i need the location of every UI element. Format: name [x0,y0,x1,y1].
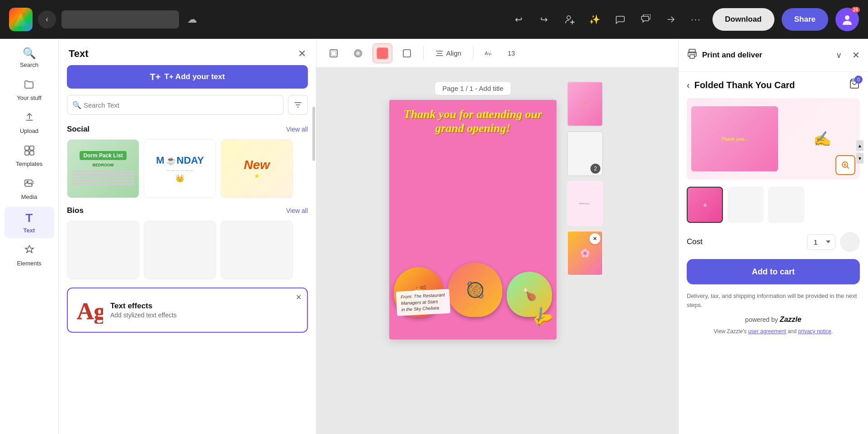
redo-button[interactable]: ↪ [535,10,553,28]
frame-tool-button[interactable] [324,43,344,63]
thumbnail-card-4[interactable]: 🌸 ✕ [567,231,603,276]
zoom-preview-button[interactable] [835,155,855,175]
template-card-new[interactable]: New ★ [221,139,293,198]
svg-rect-15 [403,50,410,57]
dorm-subtitle: BEDROOM [93,163,114,167]
sidebar-item-media[interactable]: Media [5,174,54,205]
filter-button[interactable] [288,95,308,115]
cart-button[interactable]: 0 [849,78,860,92]
text-panel: Text ✕ T+ T+ Add your text 🔍 Social View… [59,39,316,434]
bios-card-2[interactable] [144,221,216,279]
legal-prefix: View Zazzle's [714,328,748,335]
quantity-select[interactable]: 1 2 3 5 10 [807,234,835,250]
preview-thumb-1[interactable]: 🌸 [687,187,723,223]
nav-back-button[interactable]: ‹ [38,10,56,28]
border-button[interactable] [397,43,417,63]
design-headline: Thank you for attending our grand openin… [396,107,549,135]
monday-content: M ☕ NDAY [156,155,204,166]
social-section-header: Social View all [67,125,308,134]
product-back-button[interactable]: ‹ [687,80,690,90]
thumbnail-card-3[interactable]: thank you... [567,181,603,226]
sidebar-item-search[interactable]: 🔍 Search [5,42,54,73]
right-panel-scroll: Thank you... ✍️ 🌸 [679,92,868,434]
align-button[interactable]: Align [430,44,467,62]
svg-text:A: A [485,51,488,56]
dorm-title: Dorm Pack List [80,151,126,160]
right-panel-close-button[interactable]: ✕ [852,50,860,61]
preview-thumbnails: 🌸 [687,187,860,223]
scroll-arrows: ▲ ▼ [856,140,863,164]
cost-price-placeholder [840,232,860,252]
user-agreement-link[interactable]: user agreement [748,328,786,335]
sidebar-item-templates[interactable]: Templates [5,141,54,172]
remove-thumbnail-button[interactable]: ✕ [590,233,600,244]
panel-scroll-area: Social View all Dorm Pack List BEDROOM M [59,121,316,434]
align-label: Align [446,49,461,57]
svg-rect-6 [30,146,34,150]
text-effects-card[interactable]: ✕ Ag Text effects Add stylized text effe… [67,288,308,333]
bios-card-1[interactable] [67,221,139,279]
translate-button[interactable]: AA [480,43,500,63]
toolbar-divider-1 [423,47,424,60]
comment-button[interactable] [611,10,629,28]
document-title-input[interactable] [61,10,179,28]
text-search-input[interactable] [67,95,283,115]
preview-content: Thank you... ✍️ [687,98,860,179]
magic-button[interactable]: ✨ [586,10,604,28]
sidebar-label-search: Search [20,61,38,68]
add-text-button[interactable]: T+ T+ Add your text [67,65,308,89]
template-card-dorm[interactable]: Dorm Pack List BEDROOM [67,139,139,198]
add-to-cart-button[interactable]: Add to cart [687,259,860,284]
sidebar-label-templates: Templates [16,160,42,167]
social-view-all[interactable]: View all [286,126,308,133]
add-collaborator-button[interactable] [561,10,579,28]
more-options-button[interactable]: ··· [687,10,705,28]
text-effects-close-button[interactable]: ✕ [296,293,302,302]
sidebar-item-your-stuff[interactable]: Your stuff [5,75,54,106]
svg-rect-8 [30,151,34,155]
color-swatch-button[interactable] [373,43,392,63]
preview-thumb-3[interactable] [768,187,804,223]
sidebar-item-text[interactable]: T Text [5,207,54,238]
svg-text:Ag: Ag [77,298,103,324]
preview-thumb-label-1: 🌸 [702,202,708,208]
scroll-down-button[interactable]: ▼ [856,153,863,164]
design-page[interactable]: Thank you for attending our grand openin… [389,100,557,340]
bios-view-all[interactable]: View all [286,207,308,214]
svg-point-10 [27,181,28,183]
monday-crown: 👑 [175,174,184,183]
scroll-up-button[interactable]: ▲ [856,140,863,151]
text-icon: T [26,211,33,225]
share-template-button[interactable] [662,10,680,28]
svg-rect-20 [690,55,694,58]
sidebar-item-upload[interactable]: Upload [5,108,54,139]
page-title-bar[interactable]: Page 1 / 1 - Add title [434,81,511,95]
color-wheel-button[interactable] [348,43,368,63]
template-card-monday[interactable]: M ☕ NDAY — — — — — — 👑 [144,139,216,198]
sidebar-label-elements: Elements [17,260,41,267]
privacy-notice-link[interactable]: privacy notice [798,328,831,335]
logo-button[interactable] [9,8,33,31]
share-button[interactable]: Share [782,8,828,31]
thumbnail-card-1[interactable]: ✍️ [567,81,603,127]
thumbnail-card-2[interactable]: 2 [567,131,603,176]
bios-card-3[interactable] [221,221,293,279]
notification-badge: 26 [851,7,860,13]
preview-large-image: Thank you... ✍️ [687,98,860,179]
comments-icon-button[interactable] [637,10,655,28]
close-panel-button[interactable]: ✕ [298,48,306,60]
svg-point-21 [694,54,695,55]
download-button[interactable]: Download [712,8,774,31]
social-section-title: Social [67,125,90,134]
sidebar-item-elements[interactable]: Elements [5,240,54,271]
panel-collapse-button[interactable]: ∨ [830,46,848,64]
text-effects-subtitle: Add stylized text effects [110,311,300,319]
preview-thumb-2[interactable] [727,187,764,223]
user-avatar[interactable]: 26 [835,8,859,31]
canvas-area: Align AA 13 Page 1 / 1 - Add title Thank… [316,39,678,434]
monday-lines: — — — — — — [166,168,193,172]
thumbnail-sidebar: ✍️ 2 thank you... 🌸 ✕ [565,81,605,276]
color-swatch-display [376,47,389,60]
undo-button[interactable]: ↩ [510,10,528,28]
panel-title: Text [69,48,89,60]
